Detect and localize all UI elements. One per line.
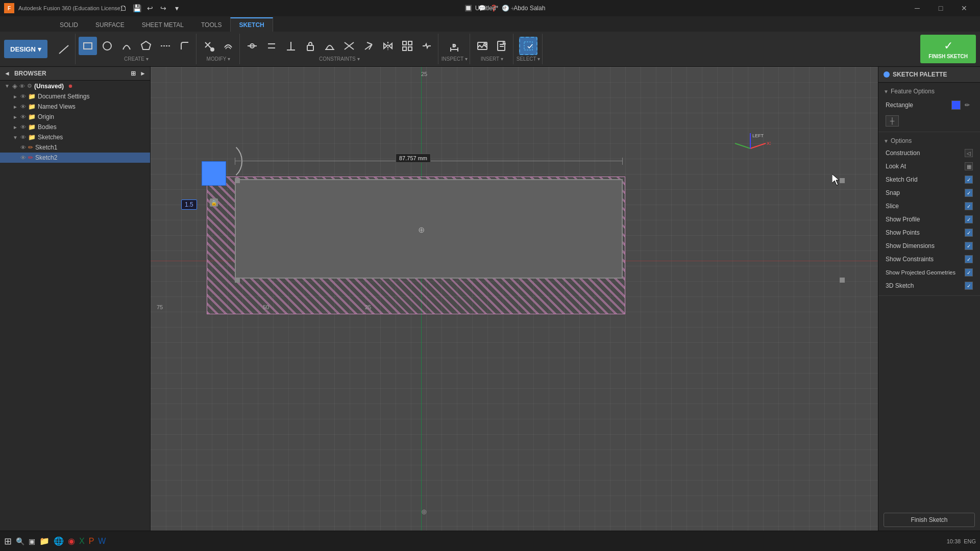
tab-surface[interactable]: SURFACE xyxy=(87,17,133,32)
tab-sketch[interactable]: SKETCH xyxy=(230,17,273,32)
eye-icon[interactable]: 👁 xyxy=(20,93,26,99)
browser-item-unsaved[interactable]: ▼ ◈ 👁 ⚙ (Unsaved) ⏺ xyxy=(0,81,150,91)
rectangle-tool[interactable] xyxy=(79,37,97,55)
close-tab-button[interactable]: ✕ xyxy=(501,5,506,12)
task-view-button[interactable]: ▣ xyxy=(29,537,35,545)
finish-sketch-toolbar-button[interactable]: ✓ FINISH SKETCH xyxy=(920,35,976,63)
snap-checkbox[interactable]: ✓ xyxy=(965,189,973,197)
word-app[interactable]: W xyxy=(98,537,106,546)
rectangle-edit-button[interactable]: ✏ xyxy=(962,99,973,111)
arc-tool[interactable] xyxy=(117,37,136,55)
finish-sketch-bottom-button[interactable]: Finish Sketch xyxy=(884,513,975,527)
design-dropdown[interactable]: DESIGN ▾ xyxy=(4,40,47,58)
show-profile-option[interactable]: Show Profile ✓ xyxy=(878,213,980,226)
record-icon[interactable]: ⏺ xyxy=(68,83,73,89)
pattern-btn-1[interactable]: ┼ xyxy=(886,115,899,127)
eye-icon[interactable]: 👁 xyxy=(20,124,26,130)
modify-label[interactable]: MODIFY ▾ xyxy=(207,56,230,62)
insert-image[interactable] xyxy=(473,37,492,55)
3d-sketch-option[interactable]: 3D Sketch ✓ xyxy=(878,279,980,292)
tab-solid[interactable]: SOLID xyxy=(51,17,87,32)
slice-checkbox[interactable]: ✓ xyxy=(965,202,973,210)
browser-item-bodies[interactable]: ► 👁 📁 Bodies xyxy=(0,122,150,132)
search-button[interactable]: 🔍 xyxy=(16,537,24,545)
constraints-label[interactable]: CONSTRAINTS ▾ xyxy=(319,56,359,62)
circle-tool[interactable] xyxy=(98,37,116,55)
rectangle-color-swatch[interactable] xyxy=(950,99,962,111)
corner-handle-br[interactable] xyxy=(840,278,845,283)
construction-checkbox[interactable]: ◁ xyxy=(965,149,973,157)
expand-button[interactable]: ▾ xyxy=(170,2,183,14)
inspect-label[interactable]: INSPECT ▾ xyxy=(442,56,468,62)
insert-label[interactable]: INSERT ▾ xyxy=(481,56,503,62)
perpendicular-tool[interactable] xyxy=(282,37,300,55)
save-button[interactable]: 💾 xyxy=(131,2,143,14)
corner-handle-bl[interactable] xyxy=(235,278,240,283)
construction-option[interactable]: Construction ◁ xyxy=(878,146,980,160)
show-dimensions-option[interactable]: Show Dimensions ✓ xyxy=(878,239,980,253)
maximize-button[interactable]: □ xyxy=(929,0,952,16)
dimension-input[interactable]: 1.5 xyxy=(181,199,197,210)
start-button[interactable]: ⊞ xyxy=(4,536,12,547)
look-at-button[interactable]: ▦ xyxy=(965,162,973,170)
offset-tool[interactable] xyxy=(219,37,237,55)
break-tool[interactable] xyxy=(418,37,436,55)
eye-icon[interactable]: 👁 xyxy=(20,104,26,110)
sketch-grid-option[interactable]: Sketch Grid ✓ xyxy=(878,173,980,186)
select-box[interactable] xyxy=(519,37,537,55)
coincident-tool[interactable] xyxy=(243,37,261,55)
eye-icon[interactable]: 👁 xyxy=(20,144,26,151)
insert-dwg[interactable] xyxy=(493,37,511,55)
browser-options-button[interactable]: ⊞ xyxy=(131,70,136,77)
browser-item-sketch2[interactable]: 👁 ✏ Sketch2 xyxy=(0,153,150,163)
show-profile-checkbox[interactable]: ✓ xyxy=(965,215,973,223)
parallel-tool[interactable] xyxy=(262,37,281,55)
options-header[interactable]: ▼ Options xyxy=(878,135,980,146)
show-projected-option[interactable]: Show Projected Geometries ✓ xyxy=(878,266,980,279)
powerpoint-app[interactable]: P xyxy=(89,537,94,546)
new-tab-button[interactable]: ＋ xyxy=(509,4,516,13)
redo-button[interactable]: ↪ xyxy=(157,2,169,14)
browser-item-named-views[interactable]: ► 👁 📁 Named Views xyxy=(0,102,150,112)
chrome-browser[interactable]: ◉ xyxy=(68,536,75,546)
show-constraints-checkbox[interactable]: ✓ xyxy=(965,255,973,263)
settings-icon[interactable]: ⚙ xyxy=(27,83,32,89)
show-projected-checkbox[interactable]: ✓ xyxy=(965,268,973,277)
file-explorer-button[interactable]: 📁 xyxy=(39,536,50,546)
edge-browser[interactable]: 🌐 xyxy=(54,536,64,546)
excel-app[interactable]: X xyxy=(79,537,85,546)
browser-expand-button[interactable]: ► xyxy=(140,70,146,77)
browser-item-origin[interactable]: ► 👁 📁 Origin xyxy=(0,112,150,122)
show-constraints-option[interactable]: Show Constraints ✓ xyxy=(878,253,980,266)
eye-icon[interactable]: 👁 xyxy=(20,114,26,120)
extend-tool[interactable] xyxy=(359,37,378,55)
show-points-checkbox[interactable]: ✓ xyxy=(965,229,973,237)
trim-constraint[interactable] xyxy=(340,37,358,55)
look-at-option[interactable]: Look At ▦ xyxy=(878,160,980,173)
mirror-tool[interactable] xyxy=(379,37,397,55)
polygon-tool[interactable] xyxy=(137,37,155,55)
tab-sheet-metal[interactable]: SHEET METAL xyxy=(133,17,192,32)
corner-handle-tl[interactable] xyxy=(235,178,240,183)
snap-option[interactable]: Snap ✓ xyxy=(878,186,980,199)
fillet-tool[interactable] xyxy=(176,37,194,55)
tab-tools[interactable]: TOOLS xyxy=(192,17,230,32)
3d-sketch-checkbox[interactable]: ✓ xyxy=(965,282,973,290)
eye-icon[interactable]: 👁 xyxy=(20,134,26,140)
select-label[interactable]: SELECT ▾ xyxy=(517,56,541,62)
lock-tool[interactable] xyxy=(301,37,320,55)
slice-option[interactable]: Slice ✓ xyxy=(878,199,980,213)
show-points-option[interactable]: Show Points ✓ xyxy=(878,226,980,239)
show-dimensions-checkbox[interactable]: ✓ xyxy=(965,242,973,250)
visibility-icon[interactable]: 👁 xyxy=(19,83,25,89)
collapse-browser-button[interactable]: ◄ xyxy=(4,70,10,77)
minimize-button[interactable]: ─ xyxy=(905,0,929,16)
browser-item-sketches[interactable]: ▼ 👁 📁 Sketches xyxy=(0,132,150,142)
construction-line-tool[interactable] xyxy=(156,37,175,55)
line-tool[interactable] xyxy=(55,40,73,58)
create-label[interactable]: CREATE ▾ xyxy=(124,56,149,62)
trim-tool[interactable] xyxy=(200,37,218,55)
canvas[interactable]: 87.757 mm 🔒 1.5 75 50 25 25 ⊕ ⊕ XX xyxy=(151,67,878,531)
sketch-grid-checkbox[interactable]: ✓ xyxy=(965,176,973,184)
browser-item-sketch1[interactable]: 👁 ✏ Sketch1 xyxy=(0,142,150,153)
